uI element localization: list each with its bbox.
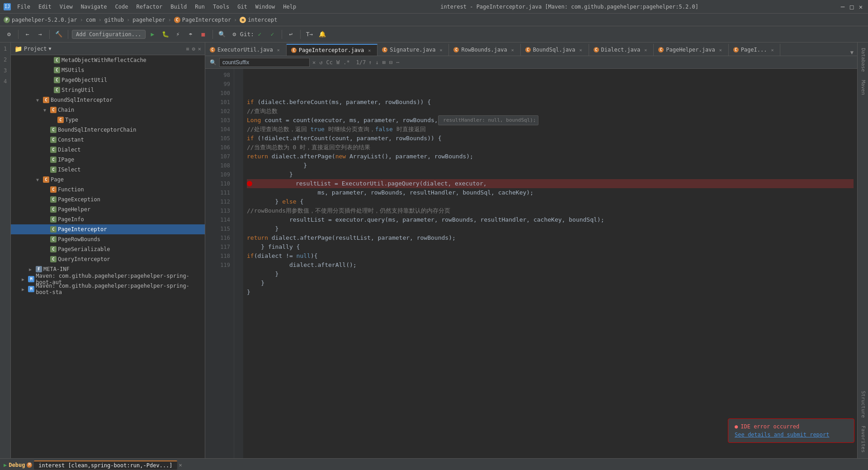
search-input[interactable] xyxy=(219,58,310,67)
search-regex-button[interactable]: .* xyxy=(342,58,350,66)
tab-close-rowbounds[interactable]: ✕ xyxy=(509,47,516,53)
tree-item[interactable]: CType xyxy=(11,115,205,125)
forward-button[interactable]: → xyxy=(35,29,46,40)
menu-help[interactable]: Help xyxy=(279,3,300,11)
menu-git[interactable]: Git xyxy=(234,3,251,11)
tabs-overflow-button[interactable]: ▼ xyxy=(847,49,857,56)
tree-item[interactable]: CConstant xyxy=(11,135,205,145)
git-push-button[interactable]: ✓ xyxy=(267,29,278,40)
menu-view[interactable]: View xyxy=(56,3,76,11)
search-word-button[interactable]: W xyxy=(335,58,340,66)
tab-close-boundsql[interactable]: ✕ xyxy=(578,47,584,53)
project-dropdown[interactable]: ▼ xyxy=(49,46,52,51)
tree-item[interactable]: ▼CBoundSqlInterceptor xyxy=(11,95,205,105)
build-button[interactable]: 🔨 xyxy=(53,29,64,40)
tree-item[interactable]: CBoundSqlInterceptorChain xyxy=(11,125,205,135)
menu-edit[interactable]: Edit xyxy=(35,3,55,11)
project-collapse-btn[interactable]: ≡ xyxy=(186,46,189,52)
translate-button[interactable]: T→ xyxy=(304,29,315,40)
notifications-button[interactable]: 🔔 xyxy=(317,29,328,40)
search-everywhere-button[interactable]: 🔍 xyxy=(217,29,227,40)
menu-file[interactable]: File xyxy=(14,3,34,11)
back-button[interactable]: ← xyxy=(22,29,33,40)
tree-item[interactable]: CPageHelper xyxy=(11,204,205,214)
maximize-button[interactable]: □ xyxy=(848,3,855,10)
tree-item[interactable]: CQueryInterceptor xyxy=(11,254,205,264)
search-refresh-button[interactable]: ↺ xyxy=(318,58,323,66)
search-case-button[interactable]: Cc xyxy=(325,58,333,66)
tab-pageinterceptor[interactable]: C PageInterceptor.java ✕ xyxy=(287,44,378,56)
menu-build[interactable]: Build xyxy=(167,3,190,11)
tab-executorutil[interactable]: C ExecutorUtil.java ✕ xyxy=(205,44,287,56)
bc-pkg-github[interactable]: github xyxy=(104,17,124,23)
close-button[interactable]: ✕ xyxy=(857,3,864,10)
tab-close-dialect[interactable]: ✕ xyxy=(642,47,649,53)
left-nav-4[interactable]: 4 xyxy=(1,77,10,86)
left-nav-1[interactable]: 1 xyxy=(1,44,10,53)
tree-item[interactable]: CStringUtil xyxy=(11,85,205,95)
project-settings-btn[interactable]: ⚙ xyxy=(192,46,195,52)
tab-close-pagei[interactable]: ✕ xyxy=(769,47,775,53)
coverage-button[interactable]: ☂ xyxy=(185,29,196,40)
menu-tools[interactable]: Tools xyxy=(209,3,233,11)
tree-item[interactable]: CPageRowBounds xyxy=(11,234,205,244)
tree-item[interactable]: ▼CChain xyxy=(11,105,205,115)
tab-pagehelper[interactable]: C PageHelper.java ✕ xyxy=(654,44,728,56)
tab-close-pagehelper[interactable]: ✕ xyxy=(717,47,724,53)
favorites-panel-toggle[interactable]: Favorites xyxy=(858,422,868,456)
left-nav-2[interactable]: 2 xyxy=(1,55,10,64)
maven-panel-toggle[interactable]: Maven xyxy=(858,76,868,99)
bc-class-label[interactable]: PageInterceptor xyxy=(182,17,231,23)
tree-item[interactable]: CIPage xyxy=(11,155,205,165)
jar-label[interactable]: pagehelper-5.2.0.jar xyxy=(12,17,77,23)
structure-panel-toggle[interactable]: Structure xyxy=(858,387,868,422)
tree-item[interactable]: CFunction xyxy=(11,185,205,195)
tab-dialect[interactable]: C Dialect.java ✕ xyxy=(589,44,654,56)
tree-item[interactable]: ▶MMaven: com.github.pagehelper:pagehelpe… xyxy=(11,284,205,294)
tree-item[interactable]: CISelect xyxy=(11,165,205,175)
profile-button[interactable]: ⚡ xyxy=(173,29,184,40)
settings-button[interactable]: ⚙ xyxy=(229,29,240,40)
left-nav-3[interactable]: 3 xyxy=(1,66,10,75)
run-config-dropdown[interactable]: Add Configuration... xyxy=(72,30,146,39)
search-next-button[interactable]: ↓ xyxy=(375,58,380,66)
tree-item[interactable]: CPageSerializable xyxy=(11,244,205,254)
search-match-button[interactable]: ⊟ xyxy=(388,58,393,66)
tree-item[interactable]: CMSUtils xyxy=(11,65,205,75)
debug-process-tab[interactable]: interest [clean,spring-boot:run,-Pdev...… xyxy=(34,461,177,470)
search-prev-button[interactable]: ↑ xyxy=(368,58,373,66)
project-close-btn[interactable]: ✕ xyxy=(198,46,201,52)
menu-window[interactable]: Window xyxy=(252,3,278,11)
notification-link[interactable]: See details and submit report xyxy=(735,432,848,438)
search-options-button[interactable]: ⋯ xyxy=(395,58,400,66)
tab-boundsql[interactable]: C BoundSql.java ✕ xyxy=(521,44,589,56)
tree-item[interactable]: CPageObjectUtil xyxy=(11,75,205,85)
debug-process-close[interactable]: ✕ xyxy=(179,462,182,468)
tab-close-executorutil[interactable]: ✕ xyxy=(275,47,282,53)
project-structure-button[interactable]: ⚙ xyxy=(4,29,14,40)
minimize-button[interactable]: ─ xyxy=(839,3,846,10)
tab-close-pageinterceptor[interactable]: ✕ xyxy=(366,47,373,53)
tree-item[interactable]: CPageException xyxy=(11,195,205,204)
menu-code[interactable]: Code xyxy=(112,3,132,11)
database-panel-toggle[interactable]: Database xyxy=(858,44,868,76)
menu-run[interactable]: Run xyxy=(191,3,208,11)
tab-close-signature[interactable]: ✕ xyxy=(438,47,444,53)
tree-item[interactable]: ▼CPage xyxy=(11,175,205,185)
tree-item[interactable]: CPageInterceptor xyxy=(11,224,205,234)
menu-navigate[interactable]: Navigate xyxy=(77,3,111,11)
bc-pkg-pagehelper[interactable]: pagehelper xyxy=(132,17,165,23)
tab-rowbounds[interactable]: C RowBounds.java ✕ xyxy=(449,44,520,56)
search-expand-button[interactable]: ⊞ xyxy=(382,58,387,66)
tab-pagei[interactable]: C PageI... ✕ xyxy=(729,44,781,56)
tree-item[interactable]: CDialect xyxy=(11,145,205,155)
bc-pkg-com[interactable]: com xyxy=(86,17,96,23)
git-check-button[interactable]: ✓ xyxy=(255,29,265,40)
stop-button[interactable]: ■ xyxy=(198,29,209,40)
tree-item[interactable]: CPageInfo xyxy=(11,214,205,224)
code-editor[interactable]: if (dialect.beforeCount(ms, parameter, r… xyxy=(243,69,857,458)
search-close-button[interactable]: ✕ xyxy=(311,58,316,66)
bc-method-label[interactable]: intercept xyxy=(248,17,277,23)
run-button[interactable]: ▶ xyxy=(147,29,158,40)
menu-refactor[interactable]: Refactor xyxy=(132,3,166,11)
